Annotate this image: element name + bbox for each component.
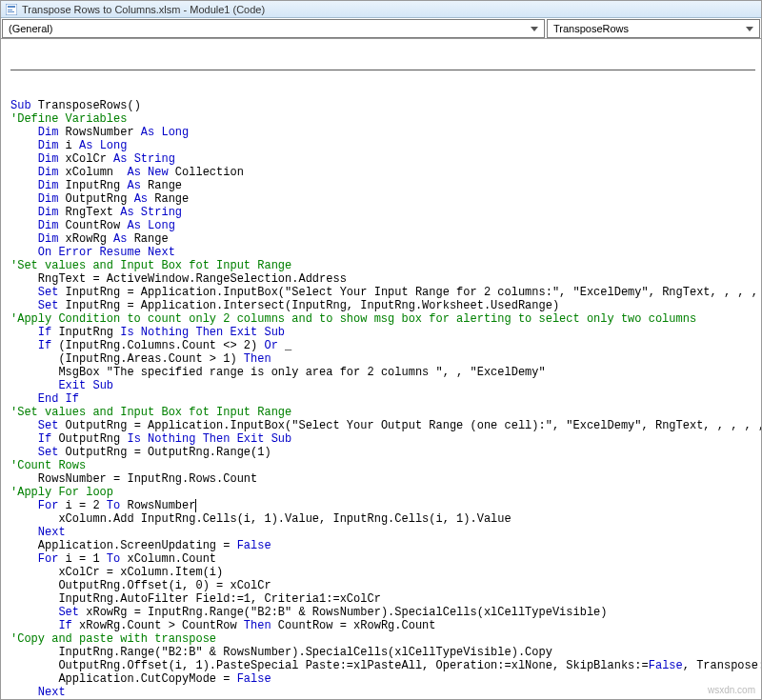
window-titlebar: Transpose Rows to Columns.xlsm - Module1… <box>1 1 761 18</box>
keyword: For <box>38 499 59 512</box>
code-line[interactable]: Application.CutCopyMode = False <box>10 672 755 686</box>
code-text: (InputRng.Columns.Count <> 2) <box>51 339 264 352</box>
keyword: False <box>237 672 271 686</box>
code-line[interactable]: Dim OutputRng As Range <box>10 192 755 206</box>
keyword: If <box>38 326 51 339</box>
window-title: Transpose Rows to Columns.xlsm - Module1… <box>22 4 265 15</box>
code-line[interactable]: Set InputRng = Application.InputBox("Sel… <box>10 286 755 299</box>
code-text: InputRng = Application.Intersect(InputRn… <box>58 299 559 312</box>
code-line[interactable]: InputRng.Range("B2:B" & RowsNumber).Spec… <box>10 646 755 659</box>
code-line[interactable]: Dim RngText As String <box>10 206 755 219</box>
keyword: Dim <box>38 126 59 139</box>
code-line[interactable]: Set OutputRng = OutputRng.Range(1) <box>10 446 755 459</box>
code-text: xColumn <box>58 166 127 179</box>
code-text: i = 2 <box>58 499 106 512</box>
code-text: RowsNumber <box>120 499 195 512</box>
code-line[interactable]: Set InputRng = Application.Intersect(Inp… <box>10 299 755 312</box>
keyword: Dim <box>38 232 59 246</box>
svg-marker-5 <box>746 27 753 31</box>
code-text: OutputRng = OutputRng.Range(1) <box>58 446 271 459</box>
keyword: To <box>107 499 120 512</box>
code-line[interactable]: Sub TransposeRows() <box>10 99 755 112</box>
code-line[interactable]: For i = 2 To RowsNumber <box>10 499 755 512</box>
keyword: If <box>38 339 51 352</box>
code-line[interactable]: Next <box>10 526 755 539</box>
code-text: RowsNumber = InputRng.Rows.Count <box>38 472 257 486</box>
code-line[interactable]: xColCr = xColumn.Item(i) <box>10 566 755 579</box>
code-line[interactable]: 'Set values and Input Box fot Input Rang… <box>10 259 755 272</box>
code-text: xRowRg.Count > CountRow <box>72 619 244 632</box>
code-line[interactable]: Dim xColumn As New Collection <box>10 166 755 179</box>
code-text: OutputRng.Offset(i, 1).PasteSpecial Past… <box>58 659 648 672</box>
procedure-dropdown-value: TransposeRows <box>553 23 629 34</box>
keyword: As Long <box>141 126 189 139</box>
code-line[interactable]: Set OutputRng = Application.InputBox("Se… <box>10 419 755 432</box>
code-line[interactable]: Next <box>10 686 755 699</box>
code-line[interactable]: Dim InputRng As Range <box>10 179 755 192</box>
keyword: If <box>38 432 51 446</box>
code-text: Collection <box>169 166 244 179</box>
svg-marker-4 <box>531 27 538 31</box>
code-line[interactable]: End If <box>10 392 755 406</box>
code-line[interactable]: xColumn.Add InputRng.Cells(i, 1).Value, … <box>10 512 755 526</box>
code-line[interactable]: Application.ScreenUpdating = False <box>10 539 755 552</box>
code-text: TransposeRows() <box>38 99 141 112</box>
keyword: False <box>649 659 683 672</box>
keyword: Sub <box>10 99 38 112</box>
code-line[interactable]: Exit Sub <box>10 379 755 392</box>
code-line[interactable]: MsgBox "The specified range is only area… <box>10 366 755 379</box>
object-dropdown[interactable]: (General) <box>2 19 545 38</box>
keyword: On Error Resume Next <box>38 246 175 259</box>
code-line[interactable]: RngText = ActiveWindow.RangeSelection.Ad… <box>10 272 755 286</box>
code-line[interactable]: If (InputRng.Columns.Count <> 2) Or _ <box>10 339 755 352</box>
code-line[interactable]: 'Apply For loop <box>10 486 755 499</box>
code-line[interactable]: If OutputRng Is Nothing Then Exit Sub <box>10 432 755 446</box>
keyword: Set <box>38 446 59 459</box>
keyword: Set <box>38 286 59 299</box>
code-text: InputRng.AutoFilter Field:=1, Criteria1:… <box>58 592 380 606</box>
comment: 'Apply Condition to count only 2 columns… <box>10 312 696 326</box>
keyword: Dim <box>38 206 59 219</box>
code-text: OutputRng = Application.InputBox("Select… <box>58 419 761 432</box>
code-line[interactable]: For i = 1 To xColumn.Count <box>10 552 755 566</box>
svg-rect-2 <box>8 10 12 10</box>
code-line[interactable]: 'Set values and Input Box fot Input Rang… <box>10 406 755 419</box>
keyword: Dim <box>38 139 59 152</box>
comment: 'Set values and Input Box fot Input Rang… <box>10 259 291 272</box>
code-line[interactable]: Dim CountRow As Long <box>10 219 755 232</box>
keyword: Dim <box>38 152 59 166</box>
code-line[interactable]: If xRowRg.Count > CountRow Then CountRow… <box>10 619 755 632</box>
code-line[interactable]: RowsNumber = InputRng.Rows.Count <box>10 472 755 486</box>
code-text: xColumn.Add InputRng.Cells(i, 1).Value, … <box>58 512 511 526</box>
code-line[interactable]: Dim xColCr As String <box>10 152 755 166</box>
code-line[interactable]: Dim RowsNumber As Long <box>10 126 755 139</box>
code-line[interactable]: InputRng.AutoFilter Field:=1, Criteria1:… <box>10 592 755 606</box>
code-text: _ <box>278 339 291 352</box>
code-line[interactable]: OutputRng.Offset(i, 0) = xColCr <box>10 579 755 592</box>
code-line[interactable]: Set xRowRg = InputRng.Range("B2:B" & Row… <box>10 606 755 619</box>
code-text: i = 1 <box>58 552 106 566</box>
comment: 'Set values and Input Box fot Input Rang… <box>10 406 291 419</box>
code-line[interactable]: (InputRng.Areas.Count > 1) Then <box>10 352 755 366</box>
keyword: Dim <box>38 179 59 192</box>
code-text: MsgBox "The specified range is only area… <box>58 366 545 379</box>
keyword: Set <box>38 419 59 432</box>
code-line[interactable]: Dim i As Long <box>10 139 755 152</box>
code-text: Application.ScreenUpdating = <box>38 539 237 552</box>
code-line[interactable]: On Error Resume Next <box>10 246 755 259</box>
code-line[interactable]: OutputRng.Offset(i, 1).PasteSpecial Past… <box>10 659 755 672</box>
keyword: Dim <box>38 166 59 179</box>
code-text: OutputRng <box>58 192 133 206</box>
code-line[interactable]: 'Copy and paste with transpose <box>10 632 755 646</box>
keyword: Exit Sub <box>58 379 113 392</box>
code-line[interactable]: If InputRng Is Nothing Then Exit Sub <box>10 326 755 339</box>
code-text: InputRng <box>51 326 120 339</box>
code-editor[interactable]: Sub TransposeRows()'Define Variables Dim… <box>1 39 761 700</box>
code-line[interactable]: 'Define Variables <box>10 112 755 126</box>
code-text: RngText = ActiveWindow.RangeSelection.Ad… <box>38 272 347 286</box>
keyword: Set <box>38 299 59 312</box>
code-line[interactable]: Dim xRowRg As Range <box>10 232 755 246</box>
code-line[interactable]: 'Apply Condition to count only 2 columns… <box>10 312 755 326</box>
procedure-dropdown[interactable]: TransposeRows <box>547 19 760 38</box>
code-line[interactable]: 'Count Rows <box>10 459 755 472</box>
